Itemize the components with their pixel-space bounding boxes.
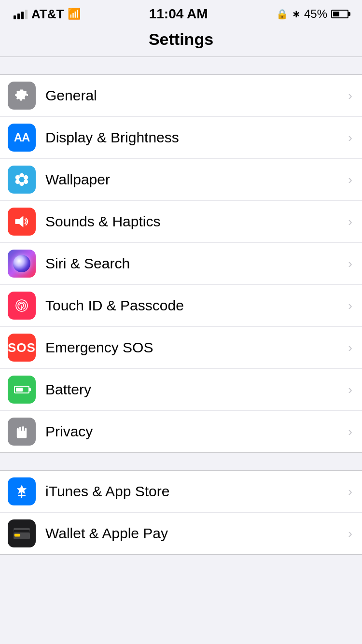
- general-row[interactable]: General ›: [0, 75, 362, 117]
- settings-section-2: iTunes & App Store › Wallet & Apple Pay …: [0, 470, 362, 555]
- svg-rect-13: [17, 428, 19, 433]
- sounds-label: Sounds & Haptics: [45, 213, 348, 230]
- svg-point-6: [19, 177, 25, 182]
- wallpaper-chevron: ›: [348, 172, 352, 187]
- display-chevron: ›: [348, 130, 352, 145]
- signal-bar-4: [25, 10, 28, 19]
- speaker-svg: [14, 213, 30, 230]
- sounds-chevron: ›: [348, 214, 352, 229]
- appstore-svg: [14, 483, 30, 500]
- display-label: Display & Brightness: [45, 129, 348, 146]
- privacy-icon: [8, 418, 36, 446]
- flower-svg: [14, 171, 30, 188]
- battery-chevron: ›: [348, 382, 352, 397]
- siri-row[interactable]: Siri & Search ›: [0, 243, 362, 285]
- siri-orb: [13, 255, 30, 272]
- svg-rect-7: [15, 219, 19, 224]
- location-icon: 🔒: [276, 8, 288, 20]
- battery-label: Battery: [45, 381, 348, 398]
- privacy-chevron: ›: [348, 424, 352, 439]
- appstore-row[interactable]: iTunes & App Store ›: [0, 471, 362, 513]
- gear-svg: [14, 87, 30, 104]
- wallet-chevron: ›: [348, 526, 352, 541]
- wallet-svg: [12, 524, 31, 543]
- appstore-icon: [8, 477, 36, 505]
- sos-row[interactable]: SOS Emergency SOS ›: [0, 327, 362, 369]
- wallpaper-icon: [8, 166, 36, 194]
- wallpaper-row[interactable]: Wallpaper ›: [0, 159, 362, 201]
- signal-bars: [14, 9, 28, 19]
- battery-row-icon-container: [8, 376, 36, 404]
- page-title: Settings: [149, 30, 213, 48]
- svg-marker-8: [19, 216, 24, 227]
- sos-label: Emergency SOS: [45, 339, 348, 356]
- status-bar: AT&T 📶 11:04 AM 🔒 ∗ 45%: [0, 0, 362, 26]
- touchid-icon: [8, 292, 36, 320]
- siri-chevron: ›: [348, 256, 352, 271]
- wifi-icon: 📶: [68, 8, 81, 20]
- settings-section-1: General › AA Display & Brightness ›: [0, 74, 362, 453]
- general-chevron: ›: [348, 88, 352, 103]
- svg-rect-11: [19, 427, 21, 433]
- privacy-label: Privacy: [45, 423, 348, 440]
- section-1-spacer: [0, 57, 362, 74]
- signal-bar-3: [21, 12, 24, 19]
- carrier-label: AT&T: [31, 7, 64, 22]
- battery-row[interactable]: Battery ›: [0, 369, 362, 411]
- sos-text-label: SOS: [8, 340, 36, 355]
- touchid-chevron: ›: [348, 298, 352, 313]
- touchid-row[interactable]: Touch ID & Passcode ›: [0, 285, 362, 327]
- wallet-row[interactable]: Wallet & Apple Pay ›: [0, 513, 362, 554]
- status-time: 11:04 AM: [149, 6, 208, 22]
- status-right: 🔒 ∗ 45%: [276, 7, 348, 21]
- hand-svg: [14, 423, 30, 440]
- svg-rect-19: [14, 534, 20, 537]
- wallet-icon: [8, 519, 36, 547]
- svg-rect-12: [22, 426, 24, 432]
- sos-chevron: ›: [348, 340, 352, 355]
- fingerprint-svg: [14, 297, 30, 314]
- wallet-label: Wallet & Apple Pay: [45, 525, 348, 542]
- siri-label: Siri & Search: [45, 255, 348, 272]
- touchid-label: Touch ID & Passcode: [45, 297, 348, 314]
- section-2-spacer: [0, 453, 362, 470]
- battery-row-fill: [16, 388, 23, 392]
- nav-bar: Settings: [0, 26, 362, 57]
- siri-icon: [8, 250, 36, 278]
- signal-bar-1: [14, 15, 16, 19]
- privacy-row[interactable]: Privacy ›: [0, 411, 362, 452]
- sos-icon: SOS: [8, 334, 36, 362]
- appstore-label: iTunes & App Store: [45, 483, 348, 500]
- status-left: AT&T 📶: [14, 7, 81, 22]
- battery-fill: [333, 12, 339, 16]
- display-row[interactable]: AA Display & Brightness ›: [0, 117, 362, 159]
- sounds-row[interactable]: Sounds & Haptics ›: [0, 201, 362, 243]
- wallpaper-label: Wallpaper: [45, 171, 348, 188]
- general-icon: [8, 82, 36, 110]
- battery-row-icon: [14, 386, 29, 393]
- appstore-chevron: ›: [348, 484, 352, 499]
- battery-icon: [331, 10, 348, 18]
- signal-bar-2: [17, 14, 20, 19]
- general-label: General: [45, 87, 348, 104]
- svg-rect-14: [25, 428, 27, 433]
- battery-percent-label: 45%: [304, 7, 327, 21]
- display-icon: AA: [8, 124, 36, 152]
- bluetooth-icon: ∗: [292, 8, 300, 20]
- sounds-icon: [8, 208, 36, 236]
